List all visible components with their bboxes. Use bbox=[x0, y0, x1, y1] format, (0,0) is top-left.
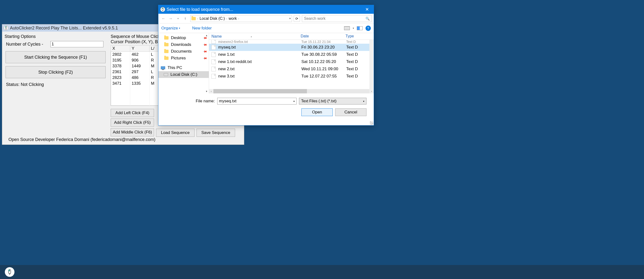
file-icon bbox=[212, 45, 216, 50]
col-y[interactable]: Y bbox=[130, 46, 150, 52]
sort-indicator-icon: ▴ bbox=[251, 35, 252, 38]
load-sequence-button[interactable]: Load Sequence bbox=[156, 129, 194, 137]
filetype-select[interactable]: Text Files (.txt) (*.txt) ▾ bbox=[299, 98, 366, 105]
file-icon bbox=[212, 59, 216, 64]
window-title: AutoClicker2 Record Play The Lists... Ex… bbox=[10, 26, 118, 31]
file-icon bbox=[212, 67, 216, 72]
organize-menu[interactable]: Organize ▾ bbox=[161, 26, 180, 31]
forward-icon[interactable]: → bbox=[168, 16, 174, 22]
breadcrumb-folder[interactable]: work bbox=[228, 17, 237, 21]
pin-icon: 📌 bbox=[202, 49, 208, 54]
file-icon bbox=[212, 52, 216, 57]
file-open-dialog: 2 Select file to load sequence from... ✕… bbox=[158, 5, 374, 126]
starting-options-label: Starting Options bbox=[4, 34, 108, 39]
taskbar-app-icon[interactable]: 2 bbox=[5, 267, 14, 277]
file-row[interactable]: new 1.txt-reddit.txtSat 10.12.22 05:20Te… bbox=[209, 58, 374, 65]
search-box[interactable]: 🔍 bbox=[302, 15, 372, 22]
col-header-date[interactable]: Date bbox=[298, 33, 343, 40]
breadcrumb-disk[interactable]: Local Disk (C:) bbox=[200, 17, 225, 21]
open-button[interactable]: Open bbox=[302, 108, 333, 116]
add-middle-click-button[interactable]: Add Middle Click (F6) bbox=[111, 128, 154, 136]
svg-rect-2 bbox=[5, 26, 6, 28]
folder-icon bbox=[192, 17, 196, 20]
horizontal-scrollbar[interactable]: ‹ › bbox=[209, 89, 374, 93]
pin-icon: 📌 bbox=[202, 42, 208, 47]
back-icon[interactable]: ← bbox=[160, 16, 166, 22]
file-list-area: Name ▴ Date Type minexmr2-firefox.txtTue… bbox=[209, 33, 374, 93]
cycles-label: Number of Cycles - bbox=[6, 42, 43, 47]
pc-icon bbox=[161, 66, 165, 69]
file-row[interactable]: new 1.txtTue 30.08.22 05:59Text D bbox=[209, 51, 374, 58]
folder-icon bbox=[164, 36, 168, 40]
scrollbar-thumb[interactable] bbox=[214, 89, 307, 93]
app-icon: 2 bbox=[4, 26, 8, 31]
nav-downloads[interactable]: Downloads 📌 bbox=[158, 41, 209, 48]
dialog-title-bar[interactable]: 2 Select file to load sequence from... ✕ bbox=[158, 5, 374, 14]
view-options-icon[interactable] bbox=[344, 26, 350, 30]
new-folder-button[interactable]: New folder bbox=[192, 26, 212, 31]
vertical-scrollbar[interactable] bbox=[370, 40, 374, 89]
help-icon[interactable]: ? bbox=[366, 26, 371, 31]
chevron-down-icon: ▾ bbox=[363, 100, 364, 103]
refresh-icon[interactable]: ⟳ bbox=[294, 16, 300, 22]
search-input[interactable] bbox=[304, 17, 366, 21]
taskbar: 2 bbox=[0, 265, 644, 279]
scroll-down-icon[interactable]: ▾ bbox=[205, 90, 208, 93]
add-left-click-button[interactable]: Add Left Click (F4) bbox=[111, 109, 154, 117]
dialog-app-icon: 2 bbox=[160, 7, 165, 12]
filename-dropdown-icon[interactable]: ▾ bbox=[292, 98, 296, 105]
nav-pictures[interactable]: Pictures 📌 bbox=[158, 55, 209, 62]
chevron-down-icon: ▾ bbox=[179, 27, 180, 30]
file-row[interactable]: minexmr2-firefox.txtTue 15.11.22 21:34Te… bbox=[209, 40, 374, 44]
disk-icon bbox=[164, 73, 168, 76]
svg-rect-10 bbox=[9, 269, 10, 271]
scroll-right-icon[interactable]: › bbox=[370, 89, 374, 93]
address-bar[interactable]: › Local Disk (C:) › work › ▾ bbox=[190, 15, 292, 22]
folder-icon bbox=[164, 57, 168, 60]
file-row[interactable]: new 2.txtWed 10.11.21 09:00Text D bbox=[209, 65, 374, 73]
dialog-title: Select file to load sequence from... bbox=[166, 7, 233, 12]
scroll-left-icon[interactable]: ‹ bbox=[209, 89, 214, 93]
file-row[interactable]: myseq.txtFri 30.06.23 23:20Text D bbox=[209, 44, 374, 51]
start-clicking-button[interactable]: Start Clicking the Sequence (F1) bbox=[6, 51, 106, 63]
stop-clicking-button[interactable]: Stop Clicking (F2) bbox=[6, 66, 106, 78]
col-x[interactable]: X bbox=[111, 46, 130, 52]
nav-thispc[interactable]: This PC bbox=[158, 65, 209, 71]
filename-label: File name: bbox=[196, 99, 215, 104]
chevron-right-icon[interactable]: › bbox=[226, 17, 227, 20]
nav-localdisk[interactable]: Local Disk (C:) bbox=[158, 71, 209, 78]
chevron-right-icon[interactable]: › bbox=[238, 17, 239, 20]
status-text: Status: Not Clicking bbox=[6, 82, 107, 87]
folder-icon bbox=[164, 50, 168, 53]
cycles-input[interactable] bbox=[50, 41, 104, 47]
file-row[interactable]: new 3.txtTue 12.07.22 07:55Text D bbox=[209, 73, 374, 80]
file-list-header: Name ▴ Date Type bbox=[209, 33, 374, 40]
col-header-type[interactable]: Type bbox=[343, 33, 374, 40]
add-right-click-button[interactable]: Add Right Click (F5) bbox=[111, 119, 154, 127]
file-icon bbox=[212, 40, 216, 44]
folder-icon bbox=[164, 43, 168, 46]
svg-text:2: 2 bbox=[9, 273, 10, 275]
nav-documents[interactable]: Documents 📌 bbox=[158, 48, 209, 55]
chevron-right-icon[interactable]: › bbox=[197, 17, 198, 20]
svg-rect-6 bbox=[162, 8, 163, 9]
nav-desktop[interactable]: Desktop 📌 bbox=[158, 35, 209, 41]
search-icon[interactable]: 🔍 bbox=[366, 17, 370, 21]
recent-dropdown-icon[interactable]: ▾ bbox=[175, 16, 181, 22]
resize-grip[interactable] bbox=[370, 121, 373, 125]
chevron-down-icon[interactable]: ▾ bbox=[289, 17, 291, 20]
col-header-name[interactable]: Name ▴ bbox=[209, 33, 298, 40]
navigation-pane: ▴ Desktop 📌 Downloads 📌 Documents 📌 Pict… bbox=[158, 33, 209, 93]
preview-pane-icon[interactable] bbox=[357, 26, 363, 30]
chevron-down-icon[interactable]: ▾ bbox=[353, 27, 354, 30]
filename-input[interactable] bbox=[217, 98, 292, 105]
pin-icon: 📌 bbox=[202, 56, 208, 61]
file-icon bbox=[212, 74, 216, 79]
close-icon[interactable]: ✕ bbox=[362, 5, 372, 14]
save-sequence-button[interactable]: Save Sequence bbox=[196, 129, 235, 137]
footer-text: Open Source Developer Federica Domani (f… bbox=[8, 137, 156, 142]
cancel-button[interactable]: Cancel bbox=[335, 108, 366, 116]
up-icon[interactable]: ↑ bbox=[182, 16, 188, 22]
